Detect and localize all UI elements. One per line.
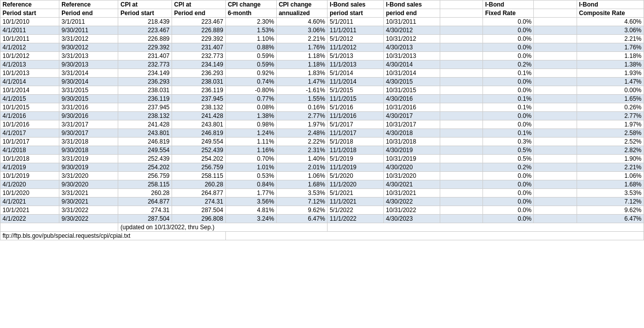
table-cell: 1.83% — [276, 69, 327, 78]
table-cell: 3/31/2013 — [59, 52, 118, 60]
table-cell: 246.819 — [172, 129, 226, 138]
header-ibond-ps-2: period start — [328, 9, 384, 18]
table-cell: 0.0% — [483, 86, 534, 95]
footer-note-row: (updated on 10/13/2022, thru Sep.) — [1, 223, 644, 232]
table-cell: 0.0% — [483, 215, 534, 223]
header-cpi-ann-1: CPI change — [276, 1, 327, 9]
table-cell: 229.392 — [118, 43, 172, 52]
table-cell: 2.22% — [276, 138, 327, 146]
table-cell: 10/1/2021 — [1, 206, 59, 215]
table-cell — [534, 103, 577, 112]
main-container: Reference Reference CPI at CPI at CPI ch… — [0, 0, 644, 240]
table-cell: 10/1/2013 — [1, 69, 59, 78]
table-cell: 0.59% — [225, 52, 276, 60]
table-cell — [534, 215, 577, 223]
table-cell: 258.115 — [172, 172, 226, 180]
table-row: 4/1/20139/30/2013232.773234.1490.59%1.18… — [1, 60, 644, 69]
table-cell: 9/30/2013 — [59, 60, 118, 69]
table-cell: 0.0% — [483, 35, 534, 43]
table-cell: 2.31% — [276, 146, 327, 155]
table-cell: 0.0% — [483, 189, 534, 198]
table-row: 10/1/20113/31/2012226.889229.3921.10%2.2… — [1, 35, 644, 43]
table-cell: 0.88% — [225, 43, 276, 52]
table-cell: 0.77% — [225, 95, 276, 103]
table-cell: 3/31/2015 — [59, 86, 118, 95]
table-cell — [440, 180, 482, 189]
table-cell: 9/30/2018 — [59, 146, 118, 155]
table-cell: 1.76% — [276, 43, 327, 52]
table-cell: 5/1/2012 — [328, 35, 384, 43]
table-cell — [534, 155, 577, 163]
table-cell: 10/1/2010 — [1, 18, 59, 26]
table-cell: 260.28 — [172, 180, 226, 189]
footer-link-cell[interactable]: ftp://ftp.bls.gov/pub/special.requests/c… — [1, 232, 226, 240]
table-cell: 3/31/2021 — [59, 189, 118, 198]
table-cell: 4/30/2016 — [384, 95, 440, 103]
table-cell: 2.21% — [577, 35, 643, 43]
table-row: 4/1/20179/30/2017243.801246.8191.24%2.48… — [1, 129, 644, 138]
table-cell — [440, 155, 482, 163]
table-cell: 264.877 — [118, 198, 172, 206]
table-cell: 0.5% — [483, 146, 534, 155]
table-cell: 9.62% — [577, 206, 643, 215]
table-cell: 1.40% — [276, 155, 327, 163]
table-cell: 0.0% — [483, 206, 534, 215]
table-cell: 5/1/2021 — [328, 189, 384, 198]
table-cell: 3.06% — [276, 26, 327, 35]
table-cell: 237.945 — [118, 103, 172, 112]
table-cell: 5/1/2015 — [328, 86, 384, 95]
table-cell: 2.30% — [225, 18, 276, 26]
table-cell: 258.115 — [118, 180, 172, 189]
header-cpi-6m-2: 6-month — [225, 9, 276, 18]
table-cell: 3/1/2011 — [59, 18, 118, 26]
header-ibond-ps-1: I-Bond sales — [328, 1, 384, 9]
header-ibond-pe-1: I-Bond sales — [384, 1, 440, 9]
table-cell: 11/1/2014 — [328, 78, 384, 86]
table-cell: 1.97% — [276, 120, 327, 129]
table-cell: 4/30/2015 — [384, 78, 440, 86]
table-cell: 11/1/2019 — [328, 163, 384, 172]
table-cell — [440, 206, 482, 215]
table-row: 4/1/20169/30/2016238.132241.4281.38%2.77… — [1, 112, 644, 120]
table-cell: 10/31/2015 — [384, 86, 440, 95]
header-empty2-2 — [534, 9, 577, 18]
table-cell: 0.0% — [483, 18, 534, 26]
table-cell: 0.00% — [577, 86, 643, 95]
table-cell: 11/1/2012 — [328, 43, 384, 52]
table-cell: 226.889 — [172, 26, 226, 35]
table-cell — [534, 129, 577, 138]
table-cell: 4/1/2016 — [1, 112, 59, 120]
table-cell: 3/31/2016 — [59, 103, 118, 112]
table-cell: 1.68% — [577, 180, 643, 189]
table-cell — [440, 146, 482, 155]
table-cell — [534, 138, 577, 146]
table-cell: 0.1% — [483, 95, 534, 103]
footer-link-row: ftp://ftp.bls.gov/pub/special.requests/c… — [1, 232, 644, 240]
table-cell: 3/31/2019 — [59, 155, 118, 163]
table-row: 4/1/20189/30/2018249.554252.4391.16%2.31… — [1, 146, 644, 155]
table-cell: 5/1/2020 — [328, 172, 384, 180]
table-cell: 3.53% — [276, 189, 327, 198]
table-cell — [534, 69, 577, 78]
table-cell: 234.149 — [172, 60, 226, 69]
table-cell: -0.80% — [225, 86, 276, 95]
table-cell: 11/1/2017 — [328, 129, 384, 138]
table-cell: 232.773 — [118, 60, 172, 69]
table-cell: 11/1/2016 — [328, 112, 384, 120]
table-cell — [534, 43, 577, 52]
table-cell: 0.1% — [483, 103, 534, 112]
table-cell: 4/1/2017 — [1, 129, 59, 138]
table-cell: 11/1/2011 — [328, 26, 384, 35]
table-cell: 5/1/2018 — [328, 138, 384, 146]
table-cell: 10/31/2020 — [384, 172, 440, 180]
header-cpi-ann-2: annualized — [276, 9, 327, 18]
header-composite-2: Composite Rate — [577, 9, 643, 18]
table-cell: 1.38% — [225, 112, 276, 120]
table-cell: 3.53% — [577, 189, 643, 198]
table-cell: 238.132 — [118, 112, 172, 120]
table-cell: 4/1/2011 — [1, 26, 59, 35]
table-cell: 0.74% — [225, 78, 276, 86]
table-cell: 2.52% — [577, 138, 643, 146]
table-cell — [440, 18, 482, 26]
table-cell: 274.31 — [118, 206, 172, 215]
